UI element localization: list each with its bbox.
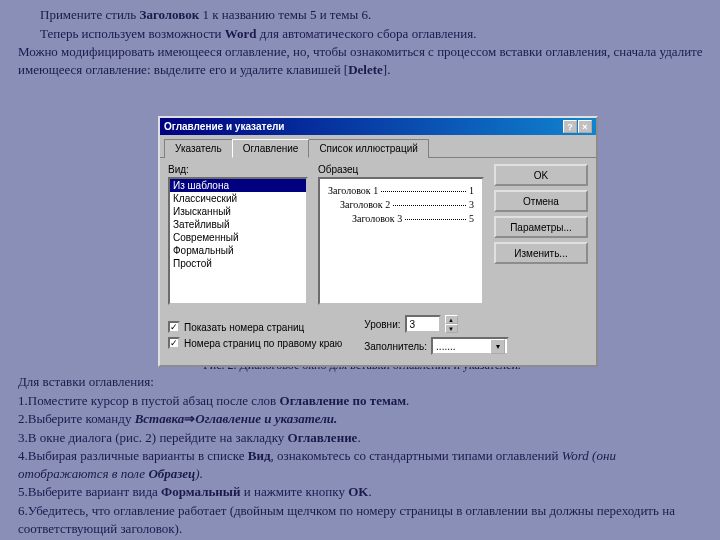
checkbox-icon: ✓ <box>168 321 180 333</box>
levels-label: Уровни: <box>364 319 400 330</box>
cancel-button[interactable]: Отмена <box>494 190 588 212</box>
vid-label: Вид: <box>168 164 308 175</box>
dialog-tabs: Указатель Оглавление Список иллюстраций <box>160 135 596 158</box>
checkbox-right-align[interactable]: ✓ Номера страниц по правому краю <box>168 337 342 349</box>
help-icon[interactable]: ? <box>563 120 577 133</box>
options-button[interactable]: Параметры... <box>494 216 588 238</box>
fill-dropdown[interactable]: ....... <box>431 337 509 355</box>
list-item[interactable]: Из шаблона <box>170 179 306 192</box>
checkbox-page-numbers[interactable]: ✓ Показать номера страниц <box>168 321 342 333</box>
modify-button[interactable]: Изменить... <box>494 242 588 264</box>
tab-figures[interactable]: Список иллюстраций <box>308 139 428 158</box>
list-item[interactable]: Простой <box>170 257 306 270</box>
dialog-titlebar[interactable]: Оглавление и указатели ? × <box>160 118 596 135</box>
list-item[interactable]: Современный <box>170 231 306 244</box>
list-item[interactable]: Затейливый <box>170 218 306 231</box>
list-item[interactable]: Изысканный <box>170 205 306 218</box>
ok-button[interactable]: OK <box>494 164 588 186</box>
levels-input[interactable]: 3 <box>405 315 441 333</box>
close-icon[interactable]: × <box>578 120 592 133</box>
preview-box: Заголовок 11 Заголовок 23 Заголовок 35 <box>318 177 484 305</box>
tab-toc[interactable]: Оглавление <box>232 139 310 158</box>
spin-down-icon[interactable]: ▼ <box>445 324 458 333</box>
fill-label: Заполнитель: <box>364 341 427 352</box>
tab-index[interactable]: Указатель <box>164 139 233 158</box>
spin-up-icon[interactable]: ▲ <box>445 315 458 324</box>
vid-listbox[interactable]: Из шаблона Классический Изысканный Затей… <box>168 177 308 305</box>
checkbox-icon: ✓ <box>168 337 180 349</box>
list-item[interactable]: Классический <box>170 192 306 205</box>
dialog-title: Оглавление и указатели <box>164 121 284 132</box>
preview-label: Образец <box>318 164 484 175</box>
toc-dialog: Оглавление и указатели ? × Указатель Огл… <box>158 116 598 367</box>
list-item[interactable]: Формальный <box>170 244 306 257</box>
